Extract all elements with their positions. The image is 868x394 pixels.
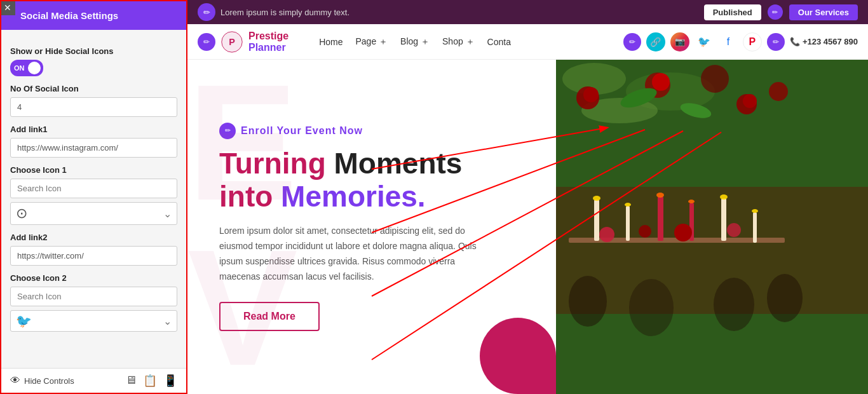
logo-edit-icon[interactable]: ✏ [198, 33, 215, 51]
hero-section: EVN ✏ Enroll Your Event Now Turning Mome… [187, 60, 868, 394]
phone-number: +123 4567 890 [803, 37, 858, 46]
marquee-text: Lorem ipsum is simply dummy text. [220, 8, 349, 17]
icon2-label: Choose Icon 2 [10, 273, 177, 283]
nav-home[interactable]: Home [314, 34, 348, 50]
nav-contact[interactable]: Conta [482, 34, 516, 50]
our-services-button[interactable]: Our Services [789, 4, 858, 20]
link1-input[interactable] [10, 138, 177, 158]
hero-description: Lorem ipsum dolor sit amet, consectetur … [219, 224, 486, 284]
logo-area: ✏ P Prestige Planner [198, 31, 288, 53]
svg-point-11 [743, 94, 757, 108]
bottom-bar: 👁 Hide Controls 🖥 📋 📱 [1, 368, 186, 393]
icon1-selector[interactable]: ⊙ ⌄ [10, 202, 177, 225]
hide-controls-button[interactable]: 👁 Hide Controls [10, 375, 74, 386]
nav-bar: ✏ P Prestige Planner Home Page ＋ Blog ＋ … [187, 24, 868, 60]
svg-rect-20 [626, 206, 630, 241]
nav-pinterest-icon[interactable]: P [743, 32, 762, 51]
enroll-edit-icon[interactable]: ✏ [219, 123, 236, 139]
svg-point-34 [569, 276, 607, 327]
no-of-icons-input[interactable] [10, 97, 177, 117]
top-bar-edit-icon[interactable]: ✏ [198, 3, 215, 21]
svg-point-33 [727, 223, 741, 237]
floral-decoration [556, 60, 868, 394]
tablet-icon[interactable]: 📋 [143, 374, 157, 388]
our-services-edit-icon[interactable]: ✏ [768, 4, 783, 20]
icon2-search-input[interactable] [10, 287, 177, 306]
left-panel: ✕ Social Media Settings Show or Hide Soc… [0, 0, 187, 394]
icon1-chevron-down-icon: ⌄ [163, 208, 172, 220]
nav-phone-edit-icon[interactable]: ✏ [767, 33, 785, 51]
svg-point-9 [652, 73, 670, 91]
hero-title: Turning Moments into Memories. [219, 147, 524, 214]
link1-label: Add link1 [10, 125, 177, 134]
nav-social-link-icon[interactable]: 🔗 [646, 32, 665, 51]
panel-title: Social Media Settings [20, 10, 118, 21]
pink-blob-decoration [480, 318, 556, 394]
icon1-search-input[interactable] [10, 179, 177, 198]
svg-text:P: P [229, 37, 235, 47]
mobile-icon[interactable]: 📱 [163, 374, 177, 388]
svg-point-12 [701, 65, 729, 93]
svg-rect-28 [753, 212, 757, 243]
top-bar-right: Published ✏ Our Services [704, 4, 858, 20]
svg-rect-26 [721, 198, 726, 241]
icon2-selector[interactable]: 🐦 ⌄ [10, 310, 177, 332]
right-preview: ✏ Lorem ipsum is simply dummy text. Publ… [187, 0, 868, 394]
panel-body: Show or Hide Social Icons ON No Of Socia… [1, 30, 186, 368]
svg-point-29 [752, 209, 758, 213]
hero-image-background [556, 60, 868, 394]
svg-point-19 [593, 196, 600, 201]
svg-point-36 [714, 278, 754, 331]
top-bar-left: ✏ Lorem ipsum is simply dummy text. [198, 3, 349, 21]
nav-social-edit-icon[interactable]: ✏ [623, 33, 641, 51]
nav-instagram-icon[interactable]: 📷 [670, 32, 689, 51]
toggle-state-label: ON [14, 64, 25, 72]
svg-point-30 [599, 227, 614, 242]
svg-rect-18 [594, 200, 599, 241]
nav-right: ✏ 🔗 📷 🐦 f P ✏ 📞 +123 4567 890 [623, 32, 858, 51]
hero-title-memories: Memories. [281, 180, 426, 213]
published-button[interactable]: Published [704, 4, 761, 20]
nav-shop[interactable]: Shop ＋ [437, 34, 480, 50]
toggle-knob [28, 62, 41, 74]
svg-point-7 [583, 87, 599, 102]
logo-main-text: Prestige [248, 31, 288, 42]
nav-links: Home Page ＋ Blog ＋ Shop ＋ Conta [314, 34, 516, 50]
svg-point-25 [688, 200, 695, 203]
nav-page[interactable]: Page ＋ [351, 34, 393, 50]
svg-point-13 [769, 82, 788, 101]
social-icons-toggle[interactable]: ON [10, 60, 43, 76]
logo-sub-text: Planner [248, 42, 288, 53]
hero-image [556, 60, 868, 394]
phone-icon: 📞 [790, 37, 800, 46]
icon2-chevron-down-icon: ⌄ [163, 315, 172, 327]
nav-twitter-icon[interactable]: 🐦 [695, 32, 714, 51]
toggle-row: ON [10, 60, 177, 76]
desktop-icon[interactable]: 🖥 [125, 374, 137, 388]
svg-point-27 [720, 194, 728, 200]
svg-point-21 [625, 203, 631, 207]
svg-rect-22 [658, 196, 663, 241]
panel-header: Social Media Settings [1, 1, 186, 30]
hero-title-into: into [219, 180, 281, 213]
svg-point-31 [639, 225, 651, 238]
svg-point-23 [656, 193, 664, 198]
svg-point-32 [674, 224, 692, 241]
hero-title-moments: Moments [334, 147, 463, 180]
instagram-icon: ⊙ [16, 205, 27, 222]
show-hide-label: Show or Hide Social Icons [10, 46, 177, 56]
hero-title-line1: Turning [219, 147, 334, 180]
read-more-button[interactable]: Read More [219, 302, 320, 331]
svg-point-37 [767, 274, 803, 322]
link2-label: Add link2 [10, 233, 177, 242]
link2-input[interactable] [10, 246, 177, 266]
close-button[interactable]: ✕ [0, 0, 15, 15]
svg-point-35 [629, 279, 674, 336]
icon1-label: Choose Icon 1 [10, 165, 177, 175]
enroll-text: Enroll Your Event Now [241, 125, 363, 137]
nav-facebook-icon[interactable]: f [719, 32, 738, 51]
nav-blog[interactable]: Blog ＋ [395, 34, 435, 50]
top-bar: ✏ Lorem ipsum is simply dummy text. Publ… [187, 0, 868, 24]
enroll-tag: ✏ Enroll Your Event Now [219, 123, 524, 139]
device-icons: 🖥 📋 📱 [125, 374, 177, 388]
